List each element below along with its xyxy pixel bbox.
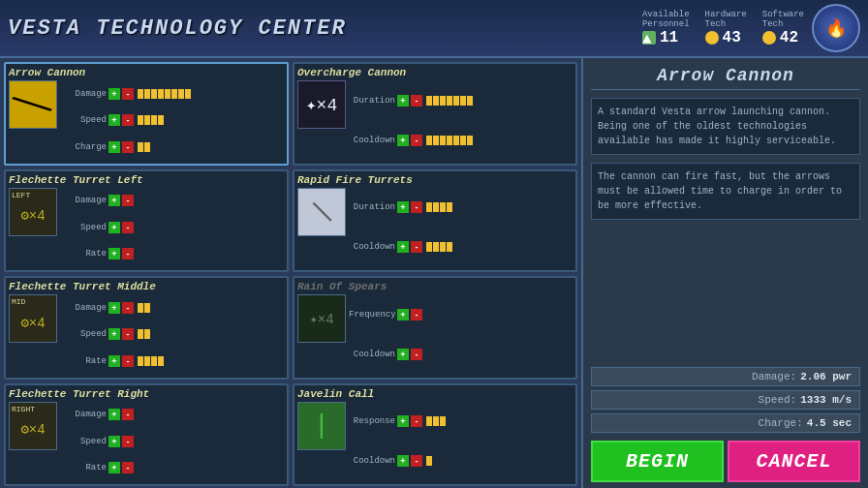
arrow-symbol: ╲	[13, 84, 53, 125]
damage-plus-button-fr[interactable]: +	[108, 409, 120, 420]
cooldown-plus-button[interactable]: +	[397, 135, 409, 146]
response-plus-button-jc[interactable]: +	[397, 415, 409, 427]
weapon-card-flechette-mid[interactable]: Flechette Turret Middle MID ⚙×4 Damage +…	[4, 276, 289, 380]
pip	[447, 202, 452, 212]
pip	[433, 242, 439, 252]
speed-plus-button-fl[interactable]: +	[108, 222, 120, 233]
damage-plus-button-fm[interactable]: +	[108, 302, 120, 314]
charge-minus-button[interactable]: -	[122, 141, 134, 153]
rate-plus-button-fl[interactable]: +	[108, 248, 120, 259]
stat-row-duration-rf: Duration + -	[349, 201, 573, 213]
weapon-note: The cannon can fire fast, but the arrows…	[591, 163, 860, 220]
weapon-content-overcharge: ✦×4 Duration + - Cooldown + -	[297, 80, 573, 161]
weapon-card-rapid-fire[interactable]: Rapid Fire Turrets | Duration + -	[293, 169, 577, 273]
rate-minus-button-fr[interactable]: -	[122, 462, 134, 473]
cooldown-pips	[426, 136, 473, 145]
speed-minus-button-fl[interactable]: -	[122, 222, 134, 233]
pip	[453, 136, 459, 145]
weapon-stats-javelin: Response + - Cooldown + -	[349, 402, 573, 482]
duration-plus-button-rf[interactable]: +	[397, 201, 409, 213]
charge-plus-button[interactable]: +	[108, 141, 120, 153]
pip	[433, 96, 439, 106]
pip	[447, 242, 452, 252]
speed-plus-button-fm[interactable]: +	[108, 328, 120, 340]
rate-minus-button-fm[interactable]: -	[122, 355, 134, 367]
weapon-card-flechette-right[interactable]: Flechette Turret Right RIGHT ⚙×4 Damage …	[4, 383, 289, 487]
begin-button[interactable]: BEGIN	[591, 441, 724, 482]
duration-minus-button-rf[interactable]: -	[411, 201, 422, 213]
pip	[144, 329, 150, 339]
mid-badge: MID	[12, 297, 25, 306]
weapon-card-arrow-cannon[interactable]: Arrow Cannon ╲ Damage + - Speed	[4, 62, 289, 166]
rate-label-fm: Rate	[60, 356, 107, 366]
stat-row-speed-fl: Speed + -	[60, 222, 284, 233]
cooldown-minus-button-rf[interactable]: -	[411, 241, 422, 253]
detail-damage-label: Damage:	[752, 371, 796, 382]
cooldown-minus-button-rs[interactable]: -	[411, 349, 422, 360]
pip	[426, 136, 432, 145]
speed-minus-button-fm[interactable]: -	[122, 328, 134, 340]
weapon-icon-overcharge: ✦×4	[297, 80, 346, 129]
weapon-icon-flechette-mid: MID ⚙×4	[9, 294, 57, 343]
stat-personnel-label: AvailablePersonnel	[642, 10, 690, 29]
damage-minus-button-fm[interactable]: -	[122, 302, 134, 314]
damage-minus-button-fr[interactable]: -	[122, 409, 134, 420]
speed-pips	[138, 115, 164, 125]
speed-minus-button[interactable]: -	[122, 114, 134, 126]
response-pips-jc	[426, 416, 446, 426]
rate-minus-button-fl[interactable]: -	[122, 248, 134, 259]
speed-plus-button-fr[interactable]: +	[108, 436, 120, 447]
response-minus-button-jc[interactable]: -	[411, 415, 422, 427]
software-coin-icon	[762, 31, 776, 45]
pip	[440, 96, 446, 106]
pip	[440, 242, 446, 252]
rate-pips-fm	[138, 356, 164, 366]
pip	[426, 96, 432, 106]
frequency-minus-button-rs[interactable]: -	[411, 309, 422, 320]
weapon-card-overcharge[interactable]: Overcharge Cannon ✦×4 Duration + -	[293, 62, 577, 166]
detail-speed-value: 1333 m/s	[800, 394, 852, 406]
duration-minus-button[interactable]: -	[411, 95, 422, 107]
pip	[144, 115, 150, 125]
damage-plus-button[interactable]: +	[108, 88, 120, 100]
frequency-plus-button-rs[interactable]: +	[397, 309, 409, 320]
weapon-card-javelin[interactable]: Javelin Call | Response + - Cooldo	[293, 383, 577, 487]
detail-charge-label: Charge:	[759, 417, 803, 429]
weapon-card-rain-spears[interactable]: Rain Of Spears ✦×4 Frequency + - Cooldow…	[293, 276, 577, 380]
stat-row-cooldown: Cooldown + -	[349, 135, 573, 146]
right-badge: RIGHT	[12, 405, 35, 413]
weapon-content-javelin: | Response + - Cooldown + -	[297, 402, 573, 482]
damage-plus-button-fl[interactable]: +	[108, 195, 120, 206]
weapon-icon-arrow-cannon: ╲	[9, 80, 57, 129]
cooldown-label: Cooldown	[349, 136, 395, 145]
speed-minus-button-fr[interactable]: -	[122, 436, 134, 447]
weapon-title-flechette-mid: Flechette Turret Middle	[9, 281, 284, 292]
weapon-stats-rapid-fire: Duration + - Cooldown + -	[349, 188, 573, 268]
duration-plus-button[interactable]: +	[397, 95, 409, 107]
pip	[467, 136, 473, 145]
rate-plus-button-fm[interactable]: +	[108, 355, 120, 367]
weapon-icon-rapid-fire: |	[297, 188, 346, 236]
stat-row-cooldown-rf: Cooldown + -	[349, 241, 573, 253]
speed-plus-button[interactable]: +	[108, 114, 120, 126]
damage-minus-button[interactable]: -	[122, 88, 134, 100]
damage-minus-button-fl[interactable]: -	[122, 195, 134, 206]
cooldown-plus-button-jc[interactable]: +	[397, 455, 409, 467]
cooldown-minus-button-jc[interactable]: -	[411, 455, 422, 467]
rate-plus-button-fr[interactable]: +	[108, 462, 120, 473]
stat-row-damage-fm: Damage + -	[60, 302, 284, 314]
cooldown-plus-button-rf[interactable]: +	[397, 241, 409, 253]
cancel-button[interactable]: CANCEL	[728, 441, 860, 482]
weapon-stats-arrow-cannon: Damage + - Speed + -	[60, 80, 284, 161]
pip	[440, 202, 446, 212]
cooldown-pips-jc	[426, 456, 432, 466]
cooldown-plus-button-rs[interactable]: +	[397, 349, 409, 360]
stat-row-rate-fm: Rate + -	[60, 355, 284, 367]
weapon-card-flechette-left[interactable]: Flechette Turret Left LEFT ⚙×4 Damage + …	[4, 169, 289, 273]
header: VESTA TECHNOLOGY CENTER AvailablePersonn…	[0, 0, 868, 58]
damage-label-fl: Damage	[60, 196, 107, 205]
left-badge: LEFT	[12, 191, 30, 199]
stat-personnel: AvailablePersonnel ▲ 11	[642, 10, 690, 46]
cooldown-minus-button[interactable]: -	[411, 135, 422, 146]
overcharge-symbol: ✦×4	[306, 94, 337, 115]
